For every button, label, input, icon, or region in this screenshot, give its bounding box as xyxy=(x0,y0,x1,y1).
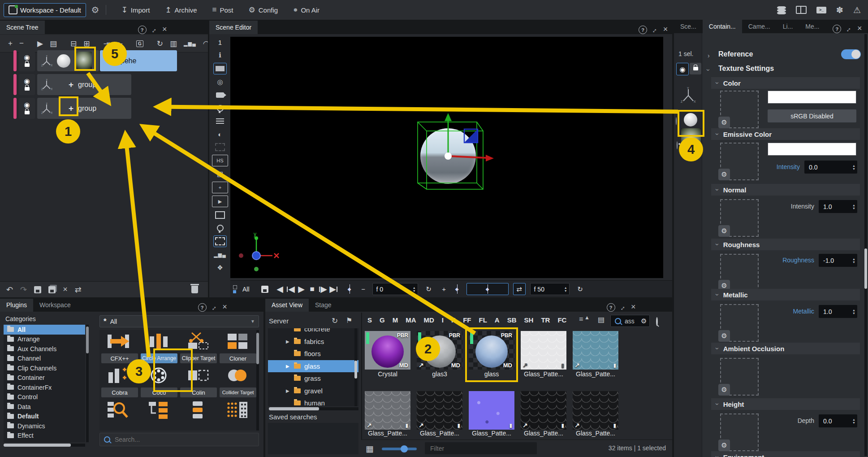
properties-scrollbar[interactable] xyxy=(864,34,867,456)
metallic-gear-icon[interactable]: ⚙ xyxy=(718,330,730,342)
asset-tile-pattern-blue[interactable]: ▮ xyxy=(469,391,514,430)
asset-filter-field[interactable] xyxy=(425,442,537,454)
folder-glass-selected[interactable]: ▶ glass xyxy=(268,360,358,373)
doc-info-icon[interactable]: ▤ xyxy=(598,315,605,324)
lock-toggle[interactable] xyxy=(690,63,701,74)
dots-grid-plugin-icon[interactable] xyxy=(225,400,250,421)
filter-sb[interactable]: SB xyxy=(507,316,517,324)
depth-field[interactable]: 0.0 ▲▼ xyxy=(819,414,857,427)
grid-view-icon[interactable]: ▦ xyxy=(366,444,374,454)
advanced-search-icon[interactable] xyxy=(656,317,658,326)
asset-tile-pattern-dark-2[interactable]: ↗ ▮ xyxy=(521,391,566,430)
chevron-down-icon[interactable]: › xyxy=(705,69,712,71)
maximize-icon[interactable]: ↕ xyxy=(211,304,218,312)
row-name-area[interactable]: YZX + group xyxy=(37,74,131,95)
panel-layout-icon[interactable]: ▥ xyxy=(170,39,177,48)
frame-end-field[interactable]: f 50 ▲▼ xyxy=(530,283,570,295)
camera-focus-icon[interactable]: ◎ xyxy=(214,77,226,87)
geometry-sphere-thumbnail[interactable] xyxy=(57,54,70,68)
tab-camera[interactable]: Came... xyxy=(742,20,777,33)
undo-icon[interactable]: ↶ xyxy=(6,285,13,295)
asset-tile-crystal[interactable]: PBR MD xyxy=(365,331,410,370)
emissive-swatch[interactable] xyxy=(768,143,856,156)
category-item[interactable]: Dynamics xyxy=(4,421,85,431)
render-layer-icon[interactable] xyxy=(213,63,227,74)
filter-s[interactable]: S xyxy=(367,316,372,324)
play-clip-icon[interactable]: ▶ xyxy=(212,196,228,207)
filter-ma[interactable]: MA xyxy=(406,316,416,324)
color-swatch[interactable] xyxy=(768,91,856,104)
stats-icon[interactable]: ▂▆▄ xyxy=(214,249,226,260)
search-list-plugin-icon[interactable] xyxy=(106,400,131,421)
categories-scrollbar[interactable] xyxy=(86,325,89,442)
warning-icon[interactable]: ⚠ xyxy=(853,5,861,15)
skip-start-button[interactable]: ◀ xyxy=(285,284,296,294)
chevron-right-icon[interactable]: › xyxy=(708,52,710,59)
category-item[interactable]: Arrange xyxy=(4,335,85,344)
tree-row-group-1[interactable]: ◉ YZX + group xyxy=(13,74,131,95)
filter-a[interactable]: A xyxy=(495,316,500,324)
help-icon[interactable]: ? xyxy=(138,26,147,34)
ao-gear-icon[interactable]: ⚙ xyxy=(718,384,730,396)
pinwheel-icon[interactable]: ✽ xyxy=(836,5,843,15)
filter-md[interactable]: MD xyxy=(424,316,434,324)
swap-branch-icon[interactable]: ⇄ xyxy=(75,285,82,295)
spinner-arrows[interactable]: ▲▼ xyxy=(851,204,857,210)
folder-concrete[interactable]: concrete xyxy=(268,328,358,335)
tab-asset-view[interactable]: Asset View xyxy=(265,298,309,312)
increment-frame-button[interactable]: + xyxy=(439,285,449,293)
folder-human[interactable]: human xyxy=(268,397,358,406)
stop-button[interactable]: ■ xyxy=(307,285,318,294)
library-icon[interactable] xyxy=(796,6,807,14)
loop-start-icon[interactable]: ↻ xyxy=(423,285,434,293)
save-all-icon[interactable] xyxy=(48,286,56,293)
reference-section-label[interactable]: Reference xyxy=(718,50,753,58)
3d-viewport[interactable]: y xyxy=(230,37,663,278)
tab-plugins[interactable]: Plugins xyxy=(0,298,33,312)
tab-mesh[interactable]: Me... xyxy=(799,20,825,33)
marker-options-button[interactable]: ⇄ xyxy=(513,283,526,295)
levels-icon[interactable] xyxy=(214,116,226,126)
roughness-section-header[interactable]: › Roughness xyxy=(711,239,860,250)
category-item-all[interactable]: All xyxy=(4,325,85,335)
database-icon[interactable] xyxy=(777,6,786,9)
keyframe-lock-icon[interactable] xyxy=(259,286,270,293)
texture-settings-label[interactable]: Texture Settings xyxy=(718,65,774,73)
menu-post[interactable]: ≡ Post xyxy=(212,5,233,14)
console-icon[interactable]: >_ xyxy=(816,7,826,13)
category-item[interactable]: Data xyxy=(4,402,85,412)
priority-plugin-icon[interactable] xyxy=(186,400,211,421)
circle-arrange-plugin-icon[interactable] xyxy=(146,332,171,351)
asset-search-input[interactable] xyxy=(624,317,638,325)
asset-tile-pattern-teal[interactable]: ↗ ▮ xyxy=(573,331,618,370)
folder-fabrics[interactable]: ▶ fabrics xyxy=(268,335,358,348)
category-item[interactable]: Clip Channels xyxy=(4,363,85,373)
asset-tile-pattern-dark-3[interactable]: ↗ ▮ xyxy=(573,391,618,430)
timeline-toggle[interactable] xyxy=(233,285,237,293)
category-item[interactable]: Effect xyxy=(4,431,85,441)
metallic-field[interactable]: 1.0 ▲▼ xyxy=(819,305,857,318)
render-settings-icon[interactable]: ❖ xyxy=(214,262,226,273)
asset-tile-pattern-dark-1[interactable]: ↗ ▮ xyxy=(417,391,462,430)
maximize-icon[interactable]: ↕ xyxy=(619,304,627,312)
play-reverse-button[interactable]: ◀ xyxy=(275,284,285,294)
category-item-default[interactable]: Default xyxy=(4,412,85,422)
filter-m[interactable]: M xyxy=(393,316,398,324)
filter-g[interactable]: G xyxy=(380,316,385,324)
environment-section-header[interactable]: › Environment xyxy=(711,451,860,457)
plugin-label-collider-target[interactable]: Collider Target xyxy=(220,387,256,397)
redo-icon[interactable]: ↷ xyxy=(20,285,27,295)
trash-icon[interactable] xyxy=(191,286,198,293)
close-icon[interactable]: × xyxy=(162,25,167,34)
tree-scrollbar[interactable] xyxy=(354,328,357,406)
emissive-gear-icon[interactable]: ⚙ xyxy=(718,169,730,180)
emissive-section-header[interactable]: › Emissive Color xyxy=(711,128,860,140)
frame-start-field[interactable]: f 0 ▲▼ xyxy=(372,283,418,295)
help-icon[interactable]: ? xyxy=(607,303,615,312)
sort-icon[interactable]: ≡ xyxy=(579,315,583,323)
category-item[interactable]: Container xyxy=(4,373,85,383)
spinner-arrows[interactable]: ▲▼ xyxy=(851,418,857,424)
move-list-plugin-icon[interactable] xyxy=(146,400,171,421)
validate-icon[interactable]: ▶ xyxy=(37,39,43,48)
plugin-label-cobra[interactable]: Cobra xyxy=(101,387,138,397)
